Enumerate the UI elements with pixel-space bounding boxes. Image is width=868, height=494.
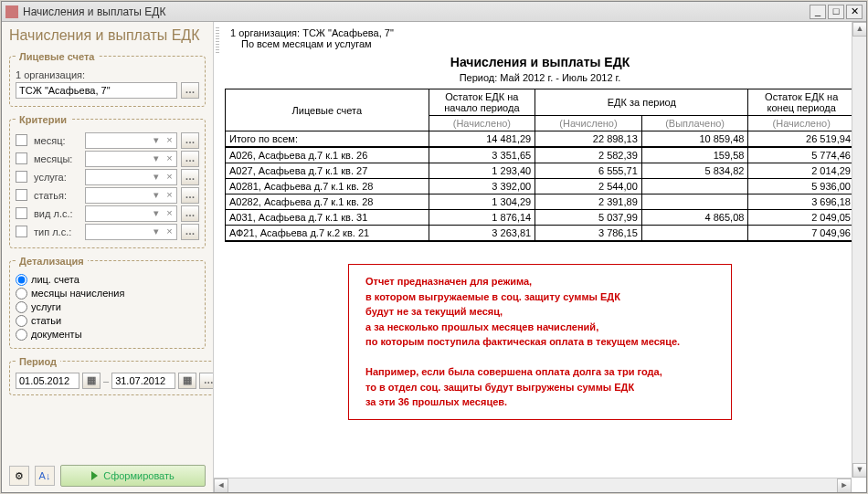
cell-accrued: 6 555,71 xyxy=(535,163,642,179)
cell-name: АФ21, Асафьева д.7 к.2 кв. 21 xyxy=(226,226,429,242)
cell-end: 5 936,00 xyxy=(748,179,855,194)
period-to-input[interactable] xyxy=(111,373,175,389)
criteria-input-4[interactable]: ▾ × xyxy=(85,205,177,222)
detail-radio-2[interactable] xyxy=(16,301,27,313)
accounts-group: Лицевые счета 1 организация: … xyxy=(9,51,206,107)
criteria-dropdown-icon-2[interactable]: ▾ xyxy=(149,170,163,184)
criteria-label-5: тип л.с.: xyxy=(34,226,81,237)
criteria-checkbox-0[interactable] xyxy=(16,134,27,146)
detail-legend: Детализация xyxy=(16,256,88,267)
period-select-button[interactable]: … xyxy=(199,373,214,389)
th-end: Остаток ЕДК на конец периода xyxy=(748,89,855,116)
criteria-select-button-3[interactable]: … xyxy=(181,187,199,204)
criteria-label-2: услуга: xyxy=(34,172,81,183)
total-label: Итого по всем: xyxy=(226,131,429,148)
table-row: А031, Асафьева д.7 к.1 кв. 31 1 876,14 5… xyxy=(226,210,855,226)
bottom-bar: ⚙ A↓ Сформировать xyxy=(9,459,206,487)
period-from-input[interactable] xyxy=(16,373,79,389)
cell-paid xyxy=(641,226,748,242)
criteria-checkbox-1[interactable] xyxy=(16,152,27,164)
criteria-dropdown-icon-5[interactable]: ▾ xyxy=(149,225,163,239)
detail-radio-0[interactable] xyxy=(16,274,27,286)
scroll-down-icon[interactable]: ▼ xyxy=(852,463,866,478)
note-line: в котором выгружаемые в соц. защиту сумм… xyxy=(365,289,715,305)
horizontal-scrollbar[interactable]: ◄ ► xyxy=(214,478,852,492)
criteria-input-2[interactable]: ▾ × xyxy=(85,169,177,185)
criteria-clear-icon-4[interactable]: × xyxy=(163,206,176,221)
app-window: Начисления и выплаты ЕДК _ □ ✕ Начислени… xyxy=(1,1,867,493)
criteria-legend: Критерии xyxy=(16,114,70,125)
detail-label-0: лиц. счета xyxy=(31,274,79,285)
criteria-dropdown-icon-3[interactable]: ▾ xyxy=(149,188,163,203)
sort-button[interactable]: A↓ xyxy=(35,466,55,486)
criteria-input-0[interactable]: ▾ × xyxy=(85,132,177,149)
scroll-up-icon[interactable]: ▲ xyxy=(852,22,866,37)
criteria-checkbox-4[interactable] xyxy=(16,207,27,219)
cell-paid xyxy=(641,194,748,210)
criteria-clear-icon-3[interactable]: × xyxy=(163,188,176,203)
period-to-picker[interactable]: ▦ xyxy=(178,373,196,389)
table-row: А026, Асафьева д.7 к.1 кв. 26 3 351,65 2… xyxy=(226,147,855,163)
detail-radio-4[interactable] xyxy=(16,329,27,341)
cell-end: 2 049,05 xyxy=(748,210,855,226)
scroll-right-icon[interactable]: ► xyxy=(837,478,852,492)
criteria-checkbox-3[interactable] xyxy=(16,189,27,201)
th-paid-sub: (Выплачено) xyxy=(641,116,748,131)
table-row: А027, Асафьева д.7 к.1 кв. 27 1 293,40 6… xyxy=(226,163,855,179)
cell-end: 5 774,46 xyxy=(748,147,855,163)
cell-start: 3 263,81 xyxy=(429,226,535,242)
note-line: за эти 36 прошлых месяцев. xyxy=(365,394,715,410)
criteria-select-button-1[interactable]: … xyxy=(181,151,199,167)
criteria-dropdown-icon-0[interactable]: ▾ xyxy=(149,133,163,148)
cell-start: 3 392,00 xyxy=(429,179,535,194)
period-legend: Период xyxy=(16,356,60,367)
criteria-select-button-2[interactable]: … xyxy=(181,169,199,185)
total-row: Итого по всем: 14 481,29 22 898,13 10 85… xyxy=(226,131,855,148)
criteria-clear-icon-2[interactable]: × xyxy=(163,170,176,184)
period-group: Период ▦ – ▦ … xyxy=(9,356,214,395)
close-button[interactable]: ✕ xyxy=(846,5,863,19)
maximize-button[interactable]: □ xyxy=(828,5,844,19)
period-from-picker[interactable]: ▦ xyxy=(82,373,101,389)
criteria-group: Критерии месяц: ▾ × … месяцы: ▾ × … услу… xyxy=(9,114,206,248)
play-icon xyxy=(91,471,98,480)
criteria-clear-icon-5[interactable]: × xyxy=(163,225,176,239)
scroll-left-icon[interactable]: ◄ xyxy=(214,478,228,492)
criteria-dropdown-icon-1[interactable]: ▾ xyxy=(149,152,163,166)
cell-accrued: 2 582,39 xyxy=(535,147,642,163)
cell-accrued: 5 037,99 xyxy=(535,210,642,226)
th-start: Остаток ЕДК на начало периода xyxy=(429,89,535,116)
page-title: Начисления и выплаты ЕДК xyxy=(9,27,206,44)
org-input[interactable] xyxy=(16,82,177,99)
org-select-button[interactable]: … xyxy=(181,82,199,99)
minimize-button[interactable]: _ xyxy=(810,5,826,19)
criteria-input-5[interactable]: ▾ × xyxy=(85,224,177,240)
note-line: то в отдел соц. защиты будут выгружены с… xyxy=(365,380,715,395)
total-paid: 10 859,48 xyxy=(641,131,748,148)
detail-radio-1[interactable] xyxy=(16,288,27,300)
criteria-dropdown-icon-4[interactable]: ▾ xyxy=(149,206,163,221)
criteria-select-button-4[interactable]: … xyxy=(181,205,199,222)
criteria-clear-icon-0[interactable]: × xyxy=(163,133,176,148)
criteria-checkbox-5[interactable] xyxy=(16,226,27,237)
detail-radio-3[interactable] xyxy=(16,315,27,327)
run-button[interactable]: Сформировать xyxy=(60,465,206,487)
criteria-input-1[interactable]: ▾ × xyxy=(85,151,177,167)
cell-paid: 4 865,08 xyxy=(641,210,748,226)
cell-paid: 5 834,82 xyxy=(641,163,748,179)
note-box: Отчет предназначен для режима,в котором … xyxy=(348,264,732,420)
criteria-checkbox-2[interactable] xyxy=(16,171,27,183)
cell-name: А026, Асафьева д.7 к.1 кв. 26 xyxy=(226,147,429,163)
org-label: 1 организация: xyxy=(16,69,85,80)
criteria-label-3: статья: xyxy=(34,190,81,201)
vertical-scrollbar[interactable]: ▲ ▼ xyxy=(852,22,866,478)
settings-button[interactable]: ⚙ xyxy=(9,466,29,486)
cell-name: А0281, Асафьева д.7 к.1 кв. 28 xyxy=(226,179,429,194)
total-end: 26 519,94 xyxy=(748,131,855,148)
th-period: ЕДК за период xyxy=(535,89,748,116)
cell-start: 1 304,29 xyxy=(429,194,535,210)
criteria-select-button-5[interactable]: … xyxy=(181,224,199,240)
criteria-input-3[interactable]: ▾ × xyxy=(85,187,177,204)
criteria-clear-icon-1[interactable]: × xyxy=(163,152,176,166)
criteria-select-button-0[interactable]: … xyxy=(181,132,199,149)
